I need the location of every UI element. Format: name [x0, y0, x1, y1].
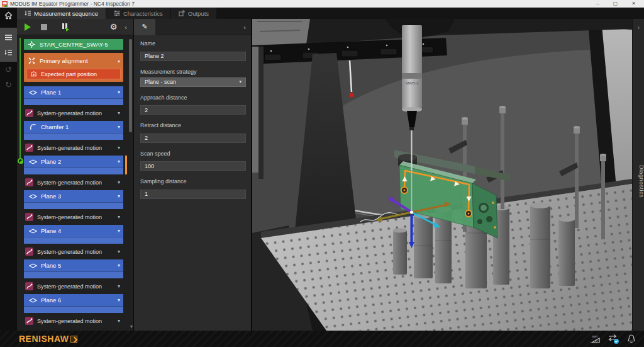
redo-button[interactable]: ↻ — [0, 77, 17, 92]
sequence-item-plane-5[interactable]: Plane 5▾ — [24, 259, 123, 278]
home-button[interactable] — [0, 8, 17, 23]
name-input[interactable] — [140, 52, 246, 61]
chevron-down-icon[interactable]: ▾ — [118, 263, 123, 268]
sequence-item-system-generated-motion[interactable]: System-generated motion▾ — [24, 281, 123, 292]
chevron-down-icon[interactable]: ▾ — [118, 318, 123, 324]
minimize-button[interactable]: – — [596, 0, 599, 8]
properties-header: ✎ ‹ — [134, 19, 251, 35]
sequence-item-primary-alignment[interactable]: Primary alignment▴Expected part position — [24, 53, 123, 82]
scan-speed-input[interactable] — [140, 161, 246, 171]
chevron-down-icon[interactable]: ▾ — [118, 179, 123, 185]
motion-icon — [25, 109, 33, 117]
renishaw-emblem-icon — [70, 336, 77, 343]
collapse-properties-button[interactable]: ‹ — [243, 23, 246, 31]
sequence-item-plane-4[interactable]: Plane 4▾ — [24, 225, 123, 244]
scan-speed-label: Scan speed — [140, 151, 245, 157]
sequence-list-icon — [4, 48, 13, 57]
sequence-list-button[interactable] — [0, 45, 17, 60]
sequence-item-system-generated-motion[interactable]: System-generated motion▾ — [24, 316, 123, 326]
sequence-item-expected-part-position[interactable]: Expected part position — [26, 69, 121, 79]
motion-icon — [25, 282, 33, 290]
undo-icon: ↺ — [5, 65, 12, 74]
edit-tool-tab[interactable]: ✎ — [134, 19, 155, 35]
chevron-down-icon[interactable]: ▾ — [118, 89, 123, 95]
feature-group-icon — [28, 40, 36, 48]
undo-button[interactable]: ↺ — [0, 62, 17, 77]
chevron-up-icon[interactable]: ▴ — [118, 58, 123, 64]
sync-status-icon[interactable] — [608, 334, 620, 344]
step-run-button[interactable] — [61, 23, 70, 31]
run-position-marker — [18, 158, 23, 164]
current-item-selection-bar — [125, 156, 127, 174]
motion-icon — [25, 213, 33, 221]
approach-distance-label: Approach distance — [140, 94, 245, 101]
maximize-button[interactable]: ▢ — [613, 0, 618, 8]
chevron-down-icon[interactable]: ▾ — [118, 283, 123, 289]
home-icon — [4, 11, 13, 20]
sequence-item-system-generated-motion[interactable]: System-generated motion▾ — [24, 177, 123, 188]
chevron-down-icon[interactable]: ▾ — [118, 228, 123, 234]
characteristics-icon — [114, 10, 120, 16]
chamfer-icon — [29, 123, 37, 131]
sequence-item-plane-1[interactable]: Plane 1▾ — [24, 86, 123, 105]
sequence-item-system-generated-motion[interactable]: System-generated motion▾ — [24, 212, 123, 222]
sequence-icon — [25, 10, 31, 16]
retract-distance-input[interactable] — [140, 134, 246, 143]
sequence-scrollbar[interactable] — [129, 38, 132, 322]
stop-button[interactable] — [41, 24, 47, 30]
notifications-bell-icon[interactable] — [626, 334, 636, 344]
close-button[interactable]: ✕ — [631, 0, 636, 8]
viewport-3d[interactable]: SM25-2 — [252, 19, 632, 331]
outputs-icon — [179, 10, 185, 16]
approach-distance-input[interactable] — [140, 105, 246, 115]
sequence-item-system-generated-motion[interactable]: System-generated motion▾ — [24, 142, 123, 153]
sequence-item-star-centre-sway-5[interactable]: STAR_CENTRE_SWAY-5 — [24, 39, 123, 50]
name-label: Name — [140, 40, 245, 47]
chevron-down-icon[interactable]: ▾ — [118, 214, 123, 220]
chevron-down-icon[interactable]: ▾ — [118, 110, 123, 116]
app-icon — [2, 1, 8, 7]
sequence-item-system-generated-motion[interactable]: System-generated motion▾ — [24, 246, 123, 257]
sequence-item-plane-6[interactable]: Plane 6▾ — [24, 294, 123, 313]
sampling-distance-input[interactable] — [140, 190, 246, 199]
diagnostics-strip[interactable]: ‹ Diagnostics — [632, 19, 644, 331]
chevron-down-icon[interactable]: ▾ — [118, 297, 123, 303]
plane-icon — [29, 157, 37, 166]
part-position-icon — [30, 70, 38, 78]
motion-icon — [25, 247, 33, 256]
plane-icon — [29, 261, 37, 270]
measurement-strategy-label: Measurement strategy — [140, 69, 245, 75]
sequence-item-system-generated-motion[interactable]: System-generated motion▾ — [24, 108, 123, 118]
motion-icon — [25, 178, 33, 186]
chevron-down-icon[interactable]: ▾ — [118, 145, 123, 151]
title-bar: MODUS IM Equator Programmer - NC4 Inspec… — [0, 0, 644, 8]
chevron-down-icon[interactable]: ▾ — [118, 124, 123, 130]
tab-measurement-sequence[interactable]: Measurement sequence — [17, 8, 106, 19]
menu-button[interactable] — [0, 30, 17, 45]
units-mm-icon[interactable]: mm — [589, 334, 601, 344]
collapse-sequence-panel-button[interactable]: ‹ — [125, 23, 127, 31]
tab-characteristics[interactable]: Characteristics — [106, 8, 170, 19]
rail-view-group — [0, 28, 17, 62]
sequence-item-plane-3[interactable]: Plane 3▾ — [24, 190, 123, 209]
sequence-item-plane-2[interactable]: Plane 2▾ — [24, 156, 123, 174]
menu-icon — [4, 33, 13, 42]
chevron-down-icon[interactable]: ▾ — [118, 193, 123, 199]
sequence-item-chamfer-1[interactable]: Chamfer 1▾ — [24, 121, 123, 140]
retract-distance-label: Retract distance — [140, 122, 245, 128]
chevron-down-icon[interactable]: ▾ — [118, 249, 123, 254]
pencil-icon: ✎ — [142, 23, 147, 31]
settings-gear-icon[interactable]: ⚙ — [110, 23, 118, 31]
play-button[interactable] — [25, 23, 31, 31]
diagnostics-tab-label[interactable]: Diagnostics — [633, 165, 644, 198]
machine-3d-render: SM25-2 — [252, 19, 632, 331]
run-progress-line — [19, 38, 21, 163]
tab-outputs[interactable]: Outputs — [171, 8, 216, 19]
measurement-strategy-select[interactable]: Plane - scan▾ — [140, 77, 246, 87]
expand-diagnostics-chevron-icon[interactable]: ‹ — [633, 24, 644, 31]
scroll-down-arrow[interactable]: ▾ — [130, 324, 133, 329]
chevron-down-icon[interactable]: ▾ — [118, 159, 123, 164]
plane-icon — [29, 192, 37, 200]
application-window: MODUS IM Equator Programmer - NC4 Inspec… — [0, 0, 644, 347]
plane-icon — [29, 296, 37, 304]
